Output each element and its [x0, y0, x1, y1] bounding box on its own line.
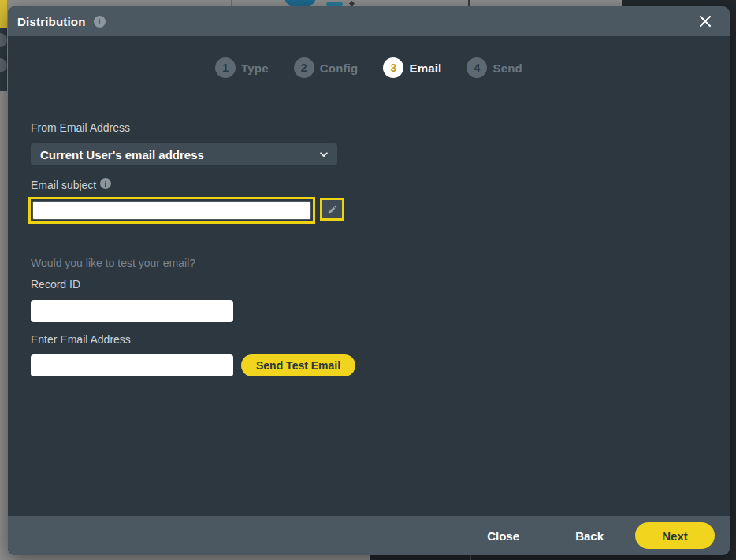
step-label: Config: [320, 61, 359, 75]
chevron-down-icon: [318, 149, 329, 160]
step-type[interactable]: 1 Type: [215, 57, 269, 78]
pencil-icon: [327, 204, 338, 215]
email-subject-input[interactable]: [32, 201, 311, 220]
edit-subject-button[interactable]: [320, 198, 344, 221]
from-email-label: From Email Address: [31, 121, 130, 134]
backdrop-sidebar-logo: [0, 0, 7, 28]
modal-title: Distribution: [17, 15, 86, 28]
wizard-stepper: 1 Type 2 Config 3 Email 4 Send: [8, 57, 730, 78]
step-email[interactable]: 3 Email: [383, 57, 441, 78]
test-email-question: Would you like to test your email?: [31, 257, 195, 269]
step-config[interactable]: 2 Config: [294, 57, 359, 78]
test-email-address-input[interactable]: [31, 354, 233, 376]
close-icon[interactable]: [697, 13, 714, 30]
step-label: Email: [409, 61, 441, 75]
email-subject-label: Email subject: [31, 179, 96, 191]
from-email-dropdown[interactable]: Current User's email address: [31, 143, 337, 165]
step-number: 4: [467, 57, 487, 78]
record-id-input[interactable]: [31, 300, 233, 322]
send-test-email-button[interactable]: Send Test Email: [241, 354, 355, 376]
step-label: Send: [493, 61, 522, 75]
step-send[interactable]: 4 Send: [467, 57, 522, 78]
step-label: Type: [241, 61, 269, 75]
backdrop-sidebar: [0, 28, 7, 91]
distribution-modal: Distribution i 1 Type 2 Config 3 Email: [8, 6, 730, 555]
backdrop-divider: [470, 554, 471, 560]
modal-body: 1 Type 2 Config 3 Email 4 Send From Emai…: [8, 36, 730, 516]
backdrop-mark: [349, 1, 355, 6]
record-id-label: Record ID: [31, 278, 80, 291]
step-number: 1: [215, 57, 236, 78]
step-number: 3: [383, 57, 403, 78]
backdrop-teal-bar: [326, 2, 343, 6]
email-subject-highlight: [28, 197, 315, 224]
modal-footer: Close Back Next: [8, 516, 730, 555]
info-icon[interactable]: i: [94, 16, 106, 28]
back-button[interactable]: Back: [575, 516, 604, 555]
enter-email-label: Enter Email Address: [31, 333, 131, 346]
from-email-selected-value: Current User's email address: [40, 148, 318, 161]
close-button[interactable]: Close: [487, 516, 519, 555]
info-icon[interactable]: i: [100, 178, 111, 189]
backdrop-divider: [231, 0, 232, 6]
next-button[interactable]: Next: [635, 522, 715, 549]
step-number: 2: [294, 57, 314, 78]
modal-header: Distribution i: [8, 6, 730, 36]
